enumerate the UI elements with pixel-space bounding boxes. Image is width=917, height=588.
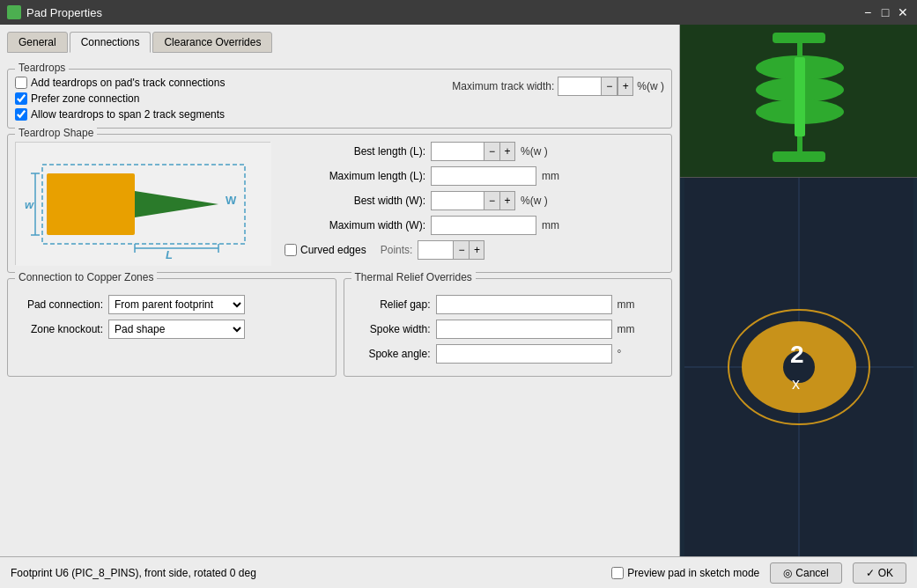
- points-minus[interactable]: −: [453, 240, 469, 260]
- points-control: 5 − +: [418, 240, 484, 260]
- best-length-minus[interactable]: −: [484, 142, 499, 161]
- content-area: General Connections Clearance Overrides …: [0, 25, 917, 556]
- pad-connection-select[interactable]: From parent footprint Solid Thermal reli…: [108, 295, 245, 314]
- footprint-info: Footprint U6 (PIC_8_PINS), front side, r…: [11, 567, 256, 579]
- preview-sketch-label[interactable]: Preview pad in sketch mode: [611, 567, 759, 579]
- pad-connection-row: Pad connection: From parent footprint So…: [15, 295, 329, 314]
- teardrops-left: Add teardrops on pad's track connections…: [15, 77, 225, 121]
- best-width-minus[interactable]: −: [484, 191, 499, 210]
- close-button[interactable]: ✕: [896, 5, 910, 19]
- points-plus[interactable]: +: [469, 240, 484, 260]
- teardrops-section-title: Teardrops: [15, 62, 69, 74]
- preview-sketch-checkbox[interactable]: [611, 567, 624, 579]
- max-track-width-unit: %(w ): [637, 80, 664, 92]
- zone-knockout-select[interactable]: Pad shape Convex hull: [108, 320, 245, 339]
- max-width-row: Maximum width (W): 2 mm: [285, 216, 664, 235]
- spoke-angle-unit: °: [617, 348, 622, 360]
- max-track-plus-btn[interactable]: +: [617, 77, 633, 96]
- title-bar-controls: − □ ✕: [861, 5, 910, 19]
- max-length-input[interactable]: 1: [431, 166, 536, 186]
- svg-text:x: x: [792, 375, 800, 393]
- tab-clearance-overrides[interactable]: Clearance Overrides: [152, 32, 272, 53]
- app-icon: [7, 5, 21, 19]
- pad-connection-label: Pad connection:: [15, 298, 103, 311]
- curved-edges-label[interactable]: Curved edges: [285, 244, 366, 256]
- spoke-angle-input[interactable]: 90: [436, 344, 612, 364]
- prefer-zone-label[interactable]: Prefer zone connection: [15, 92, 225, 105]
- add-teardrops-checkbox[interactable]: [15, 77, 27, 89]
- relief-gap-input[interactable]: 0: [436, 295, 612, 314]
- svg-rect-19: [795, 57, 805, 136]
- ok-icon: ✓: [866, 567, 875, 579]
- allow-span-label[interactable]: Allow teardrops to span 2 track segments: [15, 108, 225, 121]
- preview-panel: 2 x: [679, 25, 917, 556]
- max-width-label: Maximum width (W):: [285, 219, 425, 232]
- window-title: Pad Properties: [26, 6, 102, 19]
- max-track-width-input[interactable]: 90: [558, 77, 602, 96]
- minimize-button[interactable]: −: [861, 5, 875, 19]
- spoke-width-label: Spoke width:: [351, 323, 431, 335]
- tab-bar: General Connections Clearance Overrides: [7, 32, 672, 53]
- spoke-angle-label: Spoke angle:: [351, 348, 431, 360]
- allow-span-checkbox[interactable]: [15, 108, 27, 121]
- relief-gap-label: Relief gap:: [351, 298, 431, 311]
- footer-left: Footprint U6 (PIC_8_PINS), front side, r…: [11, 567, 256, 579]
- svg-text:L: L: [166, 248, 173, 261]
- add-teardrops-label[interactable]: Add teardrops on pad's track connections: [15, 77, 225, 89]
- max-width-input[interactable]: 2: [431, 216, 536, 235]
- best-length-input[interactable]: 50: [431, 142, 484, 161]
- relief-gap-row: Relief gap: 0 mm: [351, 295, 665, 314]
- thermal-relief-title: Thermal Relief Overrides: [351, 271, 476, 283]
- ok-button[interactable]: ✓ OK: [853, 562, 906, 584]
- teardrops-section: Teardrops Add teardrops on pad's track c…: [7, 69, 672, 129]
- preview-bottom: 2 x: [680, 178, 917, 556]
- points-input[interactable]: 5: [418, 240, 453, 260]
- spoke-width-unit: mm: [617, 323, 635, 335]
- zone-knockout-row: Zone knockout: Pad shape Convex hull: [15, 320, 329, 339]
- best-width-plus[interactable]: +: [499, 191, 515, 210]
- max-track-width-control: 90 − +: [558, 77, 633, 96]
- svg-text:2: 2: [790, 341, 804, 368]
- zone-knockout-label: Zone knockout:: [15, 323, 103, 335]
- spoke-width-row: Spoke width: 0 mm: [351, 320, 665, 339]
- copper-zones-title: Connection to Copper Zones: [15, 271, 157, 283]
- teardrop-params: Best length (L): 50 − + %(w ) Maximum le…: [285, 142, 664, 260]
- pad-properties-window: Pad Properties − □ ✕ General Connections…: [0, 0, 917, 588]
- cancel-icon: ◎: [783, 567, 792, 579]
- spoke-angle-row: Spoke angle: 90 °: [351, 344, 665, 364]
- best-length-plus[interactable]: +: [499, 142, 515, 161]
- curved-edges-row: Curved edges Points: 5 − +: [285, 240, 664, 260]
- best-length-row: Best length (L): 50 − + %(w ): [285, 142, 664, 161]
- curved-edges-checkbox[interactable]: [285, 244, 297, 256]
- relief-gap-unit: mm: [617, 298, 635, 311]
- svg-text:w: w: [25, 198, 34, 211]
- tab-general[interactable]: General: [7, 32, 68, 53]
- max-width-unit: mm: [542, 219, 559, 232]
- maximize-button[interactable]: □: [878, 5, 892, 19]
- best-width-control: 100 − +: [431, 191, 515, 210]
- best-length-unit: %(w ): [521, 145, 548, 158]
- best-width-input[interactable]: 100: [431, 191, 484, 210]
- thermal-relief-section: Thermal Relief Overrides Relief gap: 0 m…: [344, 278, 673, 377]
- cancel-button[interactable]: ◎ Cancel: [770, 562, 841, 584]
- tab-connections[interactable]: Connections: [70, 32, 152, 53]
- teardrop-shape-title: Teardrop Shape: [15, 127, 97, 139]
- svg-rect-2: [47, 173, 135, 235]
- teardrop-diagram: W w L: [15, 142, 270, 265]
- teardrop-shape-section: Teardrop Shape: [7, 134, 672, 273]
- max-length-unit: mm: [542, 170, 559, 182]
- prefer-zone-checkbox[interactable]: [15, 92, 27, 105]
- spoke-width-input[interactable]: 0: [436, 320, 612, 339]
- best-width-row: Best width (W): 100 − + %(w ): [285, 191, 664, 210]
- max-length-label: Maximum length (L):: [285, 170, 425, 182]
- best-length-control: 50 − +: [431, 142, 515, 161]
- teardrops-header: Add teardrops on pad's track connections…: [15, 77, 664, 121]
- teardrop-shape-content: W w L: [15, 142, 664, 265]
- best-width-label: Best width (W):: [285, 195, 425, 207]
- max-track-minus-btn[interactable]: −: [602, 77, 617, 96]
- best-length-label: Best length (L):: [285, 145, 425, 158]
- preview-top: [680, 25, 917, 178]
- max-track-width-label: Maximum track width:: [452, 80, 554, 92]
- svg-rect-14: [773, 33, 825, 43]
- main-panel: General Connections Clearance Overrides …: [0, 25, 679, 556]
